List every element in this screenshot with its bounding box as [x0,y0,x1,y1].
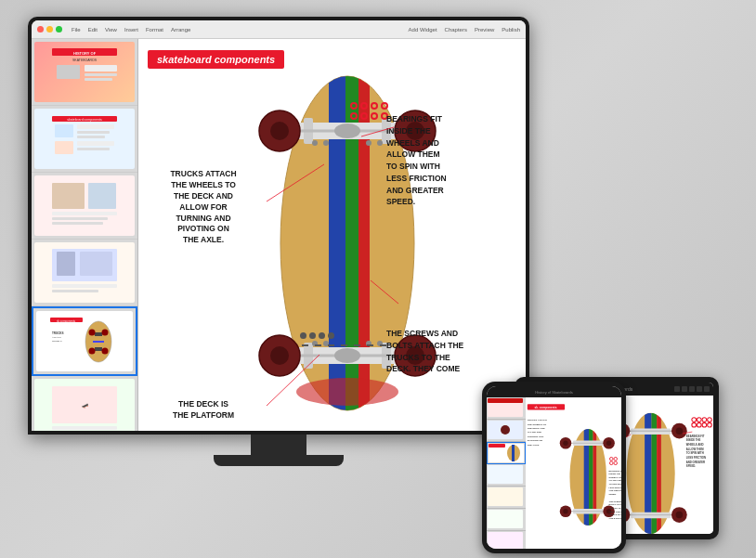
svg-point-34 [89,348,96,355]
annotation-trucks: TRUCKS ATTACHTHE WHEELS TOTHE DECK ANDAL… [143,169,264,246]
svg-point-73 [312,140,318,146]
maximize-button[interactable] [56,26,62,32]
desktop: File Edit View Insert Format Arrange Add… [0,0,756,558]
annotation-bearings: BEARINGS FITINSIDE THEWHEELS ANDALLOW TH… [386,113,521,208]
menu-edit[interactable]: Edit [88,27,98,32]
toolbar-chapters[interactable]: Chapters [445,27,467,32]
svg-text:DECK. THEY COME: DECK. THEY COME [609,511,621,513]
sidebar-item-4[interactable] [32,240,137,306]
svg-text:🛹: 🛹 [82,402,89,409]
sk-page: skateboard components [138,39,526,431]
svg-text:BEARINGS FIT: BEARINGS FIT [609,470,621,472]
svg-text:PIVOTING ON: PIVOTING ON [528,439,543,442]
iphone-toolbar: History of Skateboards [487,386,621,397]
svg-point-133 [697,422,701,427]
svg-text:ALLOW FOR: ALLOW FOR [528,432,541,435]
svg-point-179 [606,441,611,446]
svg-text:ATTACH: ATTACH [52,336,61,339]
svg-point-129 [697,418,701,422]
menu-format[interactable]: Format [146,27,163,32]
iphone-thumb-4[interactable] [487,464,526,487]
svg-point-185 [614,457,618,461]
sidebar-item-3[interactable] [32,173,137,240]
annotation-deck: THE DECK ISTHE PLATFORM [143,399,264,422]
iphone-thumb-3[interactable] [487,442,526,464]
app-content: HISTORY OF SKATEBOARDS [32,39,526,431]
bearing-dots [350,102,388,120]
iphone-title: History of Skateboards [535,390,572,395]
toolbar-add-widget[interactable]: Add Widget [409,27,437,32]
svg-point-81 [334,123,360,138]
svg-point-127 [676,512,683,518]
svg-point-82 [334,348,360,363]
svg-point-74 [323,140,329,146]
ipad-btn-1[interactable] [674,386,680,392]
sidebar-item-2[interactable]: skateboard components [32,106,137,173]
svg-text:sk. components: sk. components [535,406,557,409]
svg-point-149 [501,425,510,435]
thumb-5: sk components [36,311,133,371]
screw-bar-4 [341,344,347,346]
close-button[interactable] [37,26,44,32]
thumb-2: skateboard components [34,109,135,169]
iphone-thumb-6[interactable] [487,509,526,531]
svg-point-184 [609,457,613,461]
bearing-dot-7 [371,112,378,120]
svg-text:skateboard components: skateboard components [67,118,102,122]
menu-file[interactable]: File [72,27,81,32]
app-toolbar: File Edit View Insert Format Arrange Add… [32,20,526,39]
sidebar-item-5[interactable]: sk components [32,306,137,376]
svg-text:TURNING AND: TURNING AND [528,435,544,438]
svg-text:TRUCKS ATTACH: TRUCKS ATTACH [528,419,547,422]
iphone-thumb-2[interactable] [487,420,526,442]
screw-bar-7 [380,344,386,346]
svg-text:SPEED.: SPEED. [686,464,696,468]
svg-point-128 [692,418,697,422]
menu-insert[interactable]: Insert [124,27,138,32]
svg-text:TRUCKS: TRUCKS [52,331,64,335]
iphone: History of Skateboards [482,382,626,553]
menu-view[interactable]: View [105,27,117,32]
svg-point-75 [366,140,371,146]
toolbar-preview[interactable]: Preview [475,27,494,32]
screw-dots [300,332,388,347]
svg-point-181 [563,509,567,513]
ipad-btn-3[interactable] [689,386,695,392]
iphone-thumb-7[interactable] [487,531,526,549]
svg-text:AND GREATER: AND GREATER [609,489,621,491]
svg-rect-18 [52,212,117,215]
svg-rect-14 [77,141,114,146]
svg-text:ALLOW THEM: ALLOW THEM [609,479,621,481]
sidebar-item-6[interactable]: 🛹 [32,376,137,431]
svg-point-33 [102,330,109,336]
svg-rect-19 [52,217,108,220]
svg-text:sk components: sk components [57,319,76,323]
svg-point-130 [702,418,707,422]
svg-rect-154 [488,465,523,484]
svg-text:THE SCREWS AND: THE SCREWS AND [609,500,621,502]
svg-text:TRUCKS TO THE: TRUCKS TO THE [609,507,621,509]
imac-stand-base:  [214,455,344,466]
svg-text:TO SPIN WITH: TO SPIN WITH [609,483,621,485]
svg-text:AND 8 NUTS.: AND 8 NUTS. [609,517,621,519]
svg-text:WHEELS: WHEELS [52,340,62,343]
iphone-thumb-5[interactable] [487,487,526,509]
svg-rect-4 [85,65,117,71]
svg-point-187 [614,461,618,465]
ipad-btn-4[interactable] [697,386,702,392]
screw-bar-6 [367,344,373,346]
iphone-thumb-1[interactable] [487,397,526,420]
ipad-btn-5[interactable] [704,386,710,392]
svg-text:WHEELS AND: WHEELS AND [609,476,621,478]
svg-text:THE AXLE.: THE AXLE. [528,444,540,447]
iphone-content: sk. components TRUCKS ATTACH THE WHEELS … [487,397,621,549]
svg-text:INSIDE THE: INSIDE THE [609,473,621,474]
toolbar-publish[interactable]: Publish [502,27,520,32]
bearing-dot-1 [350,102,358,110]
svg-rect-25 [52,290,98,292]
minimize-button[interactable] [46,26,53,32]
menu-arrange[interactable]: Arrange [171,27,190,32]
screw-bar-1 [302,344,308,346]
ipad-btn-2[interactable] [682,386,687,392]
sidebar-item-1[interactable]: HISTORY OF SKATEBOARDS [32,39,137,106]
